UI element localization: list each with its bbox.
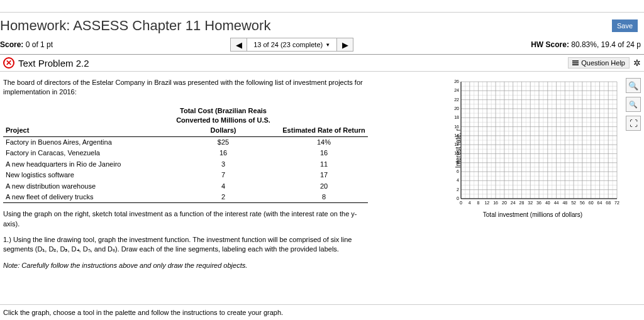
chart-xlabel: Total investment (millions of dollars) (445, 211, 621, 218)
svg-text:22: 22 (454, 97, 459, 102)
table-row: Factory in Caracas, Venezuela 16 16 (3, 148, 368, 158)
svg-text:8: 8 (477, 201, 480, 205)
svg-text:60: 60 (589, 201, 594, 205)
page-title: Homework: ASSESS Chapter 11 Homework (0, 18, 270, 34)
cell-ror: 14% (280, 136, 368, 148)
svg-text:36: 36 (536, 201, 541, 205)
chevron-down-icon: ▼ (325, 42, 330, 48)
svg-text:14: 14 (454, 133, 459, 138)
chart-container: Interest rate, r 04812162024283236404448… (445, 78, 621, 218)
cell-ror: 11 (280, 159, 368, 170)
cell-project: A new fleet of delivery trucks (3, 192, 167, 203)
cell-cost: 3 (167, 159, 280, 170)
svg-text:6: 6 (457, 169, 459, 174)
svg-text:24: 24 (511, 201, 516, 205)
problem-left: ✕ Text Problem 2.2 (3, 57, 89, 69)
score-value: 0 of 1 pt (26, 40, 53, 49)
hw-score-display: HW Score: 80.83%, 19.4 of 24 p (531, 40, 641, 49)
table-row: A new fleet of delivery trucks 2 8 (3, 192, 368, 203)
cell-cost: 7 (167, 170, 280, 180)
svg-text:72: 72 (614, 201, 619, 205)
settings-icon[interactable]: ✲ (633, 58, 641, 68)
incorrect-icon: ✕ (3, 57, 14, 69)
question-help-button[interactable]: Question Help (568, 57, 630, 69)
cell-ror: 8 (280, 192, 368, 203)
expand-button[interactable]: ⛶ (626, 116, 641, 131)
svg-text:52: 52 (571, 201, 576, 205)
cell-cost: 4 (167, 181, 280, 192)
intro-text: The board of directors of the Estelar Co… (3, 78, 368, 97)
qhelp-label: Question Help (581, 59, 625, 67)
top-system-bar (0, 0, 644, 13)
cell-ror: 20 (280, 181, 368, 192)
problem-title: Text Problem 2.2 (18, 58, 89, 69)
col-cost: Total Cost (Brazilian Reais Converted to… (167, 105, 280, 137)
cell-project: New logistics software (3, 170, 167, 180)
save-button[interactable]: Save (612, 19, 638, 32)
cell-project: A new headquarters in Rio de Janeiro (3, 159, 167, 170)
cell-ror: 17 (280, 170, 368, 180)
svg-text:12: 12 (484, 201, 489, 205)
svg-text:4: 4 (457, 178, 459, 182)
svg-text:68: 68 (606, 201, 611, 205)
svg-text:28: 28 (519, 201, 525, 205)
table-row: New logistics software 7 17 (3, 170, 368, 180)
cell-cost: 16 (167, 148, 280, 158)
prev-question-button[interactable]: ◀ (231, 38, 247, 51)
score-display: Score: 0 of 1 pt (0, 40, 53, 49)
svg-text:12: 12 (454, 142, 459, 146)
cell-project: Factory in Caracas, Venezuela (3, 148, 167, 158)
svg-text:16: 16 (454, 124, 459, 129)
svg-text:56: 56 (580, 201, 585, 205)
svg-text:8: 8 (457, 160, 459, 165)
svg-text:24: 24 (454, 88, 459, 92)
question-nav: ◀ 13 of 24 (23 complete) ▼ ▶ (230, 38, 353, 52)
cell-ror: 16 (280, 148, 368, 158)
svg-text:44: 44 (554, 201, 559, 205)
zoom-out-button[interactable]: 🔍 (626, 97, 641, 112)
svg-text:32: 32 (528, 201, 533, 205)
table-row: A new headquarters in Rio de Janeiro 3 1… (3, 159, 368, 170)
svg-text:4: 4 (469, 201, 471, 205)
list-icon (572, 60, 579, 65)
question-counter-dropdown[interactable]: 13 of 24 (23 complete) ▼ (247, 38, 336, 51)
svg-text:48: 48 (562, 201, 567, 205)
score-bar: Score: 0 of 1 pt ◀ 13 of 24 (23 complete… (0, 36, 644, 55)
svg-text:64: 64 (597, 201, 602, 205)
cell-cost: $25 (167, 136, 280, 148)
table-row: Factory in Buenos Aires, Argentina $25 1… (3, 136, 368, 148)
svg-text:18: 18 (454, 115, 459, 119)
cell-project: Factory in Buenos Aires, Argentina (3, 136, 167, 148)
content-area: The board of directors of the Estelar Co… (0, 72, 644, 277)
hwscore-value: 80.83%, 19.4 of 24 p (571, 40, 641, 49)
cell-cost: 2 (167, 192, 280, 203)
investment-table: Project Total Cost (Brazilian Reais Conv… (3, 105, 368, 204)
score-label: Score: (0, 40, 23, 49)
instruction-1: Using the graph on the right, sketch tot… (3, 209, 368, 229)
table-row: A new distribution warehouse 4 20 (3, 181, 368, 192)
instruction-2: 1.) Using the line drawing tool, graph t… (3, 235, 368, 255)
svg-text:16: 16 (493, 201, 498, 205)
svg-text:0: 0 (460, 201, 462, 205)
svg-text:26: 26 (454, 79, 459, 84)
svg-text:2: 2 (457, 187, 459, 192)
svg-text:10: 10 (454, 151, 459, 155)
svg-text:20: 20 (454, 106, 459, 111)
instruction-note: Note: Carefully follow the instructions … (3, 261, 368, 270)
svg-text:0: 0 (457, 196, 459, 201)
col-ror: Estimated Rate of Return (280, 105, 368, 137)
svg-text:40: 40 (545, 201, 550, 205)
zoom-in-button[interactable]: 🔍 (626, 78, 641, 93)
svg-text:20: 20 (502, 201, 507, 205)
homework-header: Homework: ASSESS Chapter 11 Homework Sav… (0, 13, 644, 36)
chart-tools: 🔍 🔍 ⛶ (626, 78, 641, 131)
problem-bar: ✕ Text Problem 2.2 Question Help ✲ (0, 55, 644, 72)
hwscore-label: HW Score: (531, 40, 569, 49)
question-counter: 13 of 24 (23 complete) (253, 41, 323, 48)
chart-plot-area[interactable]: 0481216202428323640444852566064687202468… (445, 78, 621, 210)
question-text-column: The board of directors of the Estelar Co… (3, 78, 368, 270)
col-project: Project (3, 105, 167, 137)
chart-column: Interest rate, r 04812162024283236404448… (380, 78, 641, 270)
cell-project: A new distribution warehouse (3, 181, 167, 192)
next-question-button[interactable]: ▶ (336, 38, 353, 51)
